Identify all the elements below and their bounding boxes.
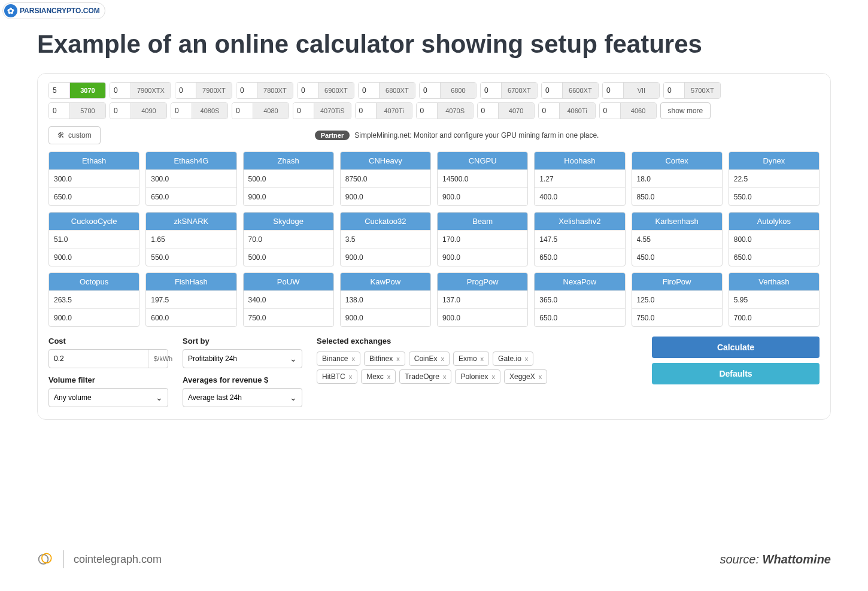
gpu-model-button[interactable]: 4060 (620, 103, 656, 119)
power-input[interactable] (729, 193, 820, 201)
gpu-qty-input[interactable] (420, 83, 440, 98)
algo-header[interactable]: FishHash (146, 273, 236, 290)
gpu-model-button[interactable]: VII (623, 83, 659, 98)
algo-header[interactable]: Verthash (729, 273, 819, 290)
algo-header[interactable]: Dynex (729, 152, 819, 169)
gpu-qty-input[interactable] (171, 103, 192, 119)
power-input[interactable] (341, 314, 431, 322)
hashrate-input[interactable] (438, 175, 528, 183)
remove-icon[interactable]: x (349, 373, 353, 380)
power-input[interactable] (146, 193, 236, 201)
hashrate-input[interactable] (438, 296, 528, 304)
algo-header[interactable]: CuckooCycle (49, 213, 139, 230)
remove-icon[interactable]: x (491, 373, 495, 380)
exchange-tag[interactable]: Binancex (317, 351, 360, 366)
hashrate-input[interactable] (49, 296, 139, 304)
hashrate-input[interactable] (632, 175, 723, 183)
gpu-model-button[interactable]: 4080 (253, 103, 289, 119)
remove-icon[interactable]: x (351, 355, 355, 362)
hashrate-input[interactable] (729, 235, 820, 244)
gpu-qty-input[interactable] (664, 83, 684, 98)
gpu-qty-input[interactable] (293, 103, 314, 119)
gpu-qty-input[interactable] (542, 83, 562, 98)
power-input[interactable] (729, 253, 820, 262)
algo-header[interactable]: CNHeavy (341, 152, 430, 169)
gpu-model-button[interactable]: 6800XT (379, 83, 415, 98)
remove-icon[interactable]: x (396, 355, 400, 362)
remove-icon[interactable]: x (443, 373, 447, 380)
gpu-qty-input[interactable] (232, 103, 253, 119)
algo-header[interactable]: NexaPow (535, 273, 624, 290)
gpu-model-button[interactable]: 4070 (498, 103, 534, 119)
hashrate-input[interactable] (146, 175, 236, 183)
hashrate-input[interactable] (244, 175, 334, 183)
remove-icon[interactable]: x (539, 373, 542, 380)
algo-header[interactable]: Beam (438, 213, 527, 230)
gpu-qty-input[interactable] (481, 83, 501, 98)
hashrate-input[interactable] (244, 296, 334, 304)
algo-header[interactable]: Karlsenhash (632, 213, 722, 230)
gpu-model-button[interactable]: 6900XT (318, 83, 354, 98)
power-input[interactable] (244, 314, 334, 322)
hashrate-input[interactable] (438, 235, 528, 244)
exchange-tag[interactable]: CoinExx (409, 351, 450, 366)
gpu-model-button[interactable]: 4070TiS (314, 103, 351, 119)
avg-select[interactable]: Average last 24h ⌄ (183, 388, 302, 407)
power-input[interactable] (729, 314, 820, 322)
sort-select[interactable]: Profitability 24h ⌄ (183, 349, 302, 368)
hashrate-input[interactable] (632, 235, 723, 244)
hashrate-input[interactable] (244, 235, 334, 244)
gpu-model-button[interactable]: 6800 (440, 83, 476, 98)
algo-header[interactable]: Xelishashv2 (535, 213, 624, 230)
hashrate-input[interactable] (729, 296, 820, 304)
power-input[interactable] (341, 193, 431, 201)
gpu-model-button[interactable]: 4080S (192, 103, 227, 119)
gpu-qty-input[interactable] (110, 103, 130, 119)
calculate-button[interactable]: Calculate (652, 337, 820, 358)
power-input[interactable] (244, 193, 334, 201)
hashrate-input[interactable] (146, 235, 236, 244)
gpu-qty-input[interactable] (600, 103, 620, 119)
gpu-qty-input[interactable] (49, 83, 69, 98)
gpu-model-button[interactable]: 4090 (130, 103, 166, 119)
gpu-model-button[interactable]: 3070 (69, 83, 105, 98)
volume-select[interactable]: Any volume ⌄ (48, 388, 168, 407)
gpu-qty-input[interactable] (539, 103, 559, 119)
algo-header[interactable]: PoUW (244, 273, 333, 290)
algo-header[interactable]: Autolykos (729, 213, 819, 230)
hashrate-input[interactable] (341, 235, 431, 244)
power-input[interactable] (438, 253, 528, 262)
exchange-tag[interactable]: Gate.iox (493, 351, 533, 366)
hashrate-input[interactable] (729, 175, 820, 183)
defaults-button[interactable]: Defaults (652, 363, 820, 384)
hashrate-input[interactable] (535, 235, 625, 244)
algo-header[interactable]: ProgPow (438, 273, 527, 290)
exchange-tag[interactable]: Poloniexx (455, 369, 500, 384)
remove-icon[interactable]: x (387, 373, 391, 380)
algo-header[interactable]: Ethash (49, 152, 139, 169)
algo-header[interactable]: Cuckatoo32 (341, 213, 430, 230)
gpu-model-button[interactable]: 4070Ti (376, 103, 412, 119)
algo-header[interactable]: Zhash (244, 152, 333, 169)
power-input[interactable] (341, 253, 431, 262)
algo-header[interactable]: zkSNARK (146, 213, 236, 230)
algo-header[interactable]: Octopus (49, 273, 139, 290)
hashrate-input[interactable] (341, 296, 431, 304)
exchange-tag[interactable]: Mexcx (361, 369, 396, 384)
algo-header[interactable]: Ethash4G (146, 152, 236, 169)
gpu-qty-input[interactable] (110, 83, 130, 98)
gpu-model-button[interactable]: 7900XTX (130, 83, 171, 98)
algo-header[interactable]: Hoohash (535, 152, 624, 169)
gpu-model-button[interactable]: 5700XT (684, 83, 720, 98)
power-input[interactable] (49, 193, 139, 201)
gpu-model-button[interactable]: 4070S (437, 103, 473, 119)
power-input[interactable] (146, 253, 236, 262)
remove-icon[interactable]: x (441, 355, 444, 362)
exchange-tag[interactable]: Exmox (453, 351, 489, 366)
power-input[interactable] (49, 253, 139, 262)
power-input[interactable] (632, 314, 723, 322)
hashrate-input[interactable] (535, 175, 625, 183)
power-input[interactable] (535, 314, 625, 322)
remove-icon[interactable]: x (481, 355, 484, 362)
gpu-qty-input[interactable] (417, 103, 437, 119)
